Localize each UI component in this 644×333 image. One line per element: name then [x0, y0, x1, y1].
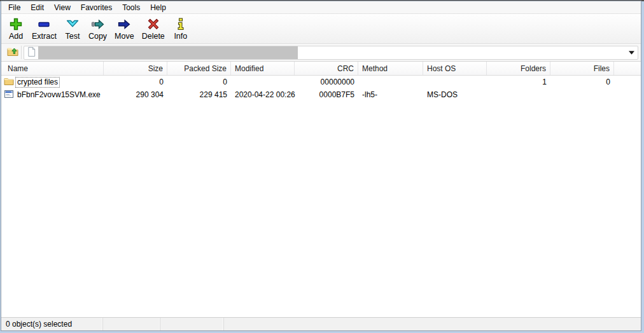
table-row[interactable]: bFbnF2vovw15SVM.exe 290 304 229 415 2020… [1, 88, 641, 101]
menu-bar: File Edit View Favorites Tools Help [1, 1, 641, 14]
column-header-name[interactable]: Name [1, 62, 104, 75]
row-modified: 2020-04-22 00:26 [231, 90, 295, 99]
chevron-down-icon[interactable] [626, 46, 636, 59]
toolbar: Add Extract Test [1, 14, 641, 44]
copy-arrow-icon [90, 17, 106, 32]
address-path-input[interactable] [298, 47, 626, 58]
extract-button[interactable]: Extract [28, 15, 60, 42]
add-plus-icon [8, 17, 24, 32]
file-list-header: Name Size Packed Size Modified CRC Metho… [1, 62, 641, 76]
folder-icon [4, 77, 14, 88]
extract-icon [36, 17, 52, 32]
address-combobox[interactable] [24, 46, 638, 60]
file-name[interactable]: bFbnF2vovw15SVM.exe [16, 90, 102, 100]
column-header-files[interactable]: Files [550, 62, 614, 75]
move-arrow-icon [116, 17, 132, 32]
row-host-os: MS-DOS [423, 90, 487, 99]
row-crc: 0000B7F5 [295, 90, 358, 99]
delete-button-label: Delete [142, 32, 165, 41]
status-selected-count: 0 object(s) selected [1, 318, 103, 330]
column-header-folders[interactable]: Folders [487, 62, 550, 75]
column-header-size[interactable]: Size [104, 62, 167, 75]
extract-button-label: Extract [32, 32, 57, 41]
test-checkmark-icon [64, 17, 81, 32]
row-packed-size: 0 [167, 78, 231, 86]
document-icon [27, 46, 36, 59]
info-icon [172, 17, 189, 32]
row-crc: 00000000 [295, 78, 358, 86]
row-files: 0 [550, 78, 614, 86]
status-bar: 0 object(s) selected [1, 317, 641, 330]
info-button[interactable]: Info [169, 15, 193, 42]
address-bar [1, 44, 641, 62]
row-size: 0 [104, 78, 167, 86]
menu-favorites[interactable]: Favorites [76, 2, 117, 13]
info-button-label: Info [174, 32, 187, 41]
column-header-method[interactable]: Method [358, 62, 423, 75]
delete-button[interactable]: Delete [138, 15, 169, 42]
move-button[interactable]: Move [111, 15, 138, 42]
menu-tools[interactable]: Tools [117, 2, 145, 13]
test-button-label: Test [65, 32, 80, 41]
status-pane [224, 318, 641, 330]
delete-x-icon [145, 17, 162, 32]
column-header-crc[interactable]: CRC [295, 62, 358, 75]
file-name[interactable]: crypted files [16, 78, 59, 87]
exe-file-icon [4, 89, 14, 101]
folder-up-button[interactable] [4, 45, 22, 60]
column-header-modified[interactable]: Modified [231, 62, 295, 75]
row-name-cell[interactable]: crypted files [1, 77, 104, 88]
menu-edit[interactable]: Edit [25, 2, 49, 13]
row-size: 290 304 [104, 90, 167, 99]
add-button-label: Add [9, 32, 23, 41]
redacted-path-block [38, 46, 298, 59]
row-name-cell[interactable]: bFbnF2vovw15SVM.exe [1, 89, 104, 101]
test-button[interactable]: Test [60, 15, 85, 42]
status-pane [160, 318, 224, 330]
app-window: File Edit View Favorites Tools Help Add [0, 0, 644, 333]
add-button[interactable]: Add [4, 15, 28, 42]
column-header-host-os[interactable]: Host OS [423, 62, 487, 75]
row-folders: 1 [487, 78, 550, 86]
copy-button-label: Copy [88, 32, 107, 41]
move-button-label: Move [115, 32, 134, 41]
column-header-packed-size[interactable]: Packed Size [167, 62, 231, 75]
copy-button[interactable]: Copy [85, 15, 111, 42]
status-pane [103, 318, 160, 330]
row-packed-size: 229 415 [167, 90, 231, 99]
table-row[interactable]: crypted files 0 0 00000000 1 0 [1, 76, 641, 88]
menu-view[interactable]: View [49, 2, 76, 13]
menu-help[interactable]: Help [145, 2, 171, 13]
folder-up-icon [6, 45, 19, 60]
menu-file[interactable]: File [3, 2, 25, 13]
column-header-filler [614, 62, 641, 75]
file-list: crypted files 0 0 00000000 1 0 [1, 76, 641, 317]
row-method: -lh5- [358, 90, 423, 99]
